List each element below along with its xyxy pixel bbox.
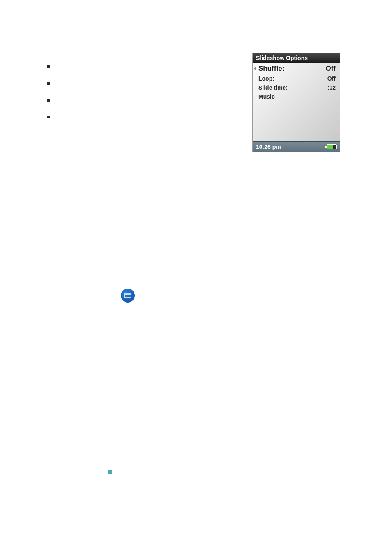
menu-label: Loop: — [258, 75, 274, 82]
menu-label: Music — [258, 93, 275, 100]
bullet-item — [47, 82, 50, 85]
document-page: Slideshow Options Shuffle: Off Loop: Off… — [0, 0, 392, 557]
device-clock: 10:26 pm — [256, 143, 281, 150]
menu-row-music[interactable]: Music — [253, 92, 340, 101]
battery-icon — [327, 144, 337, 149]
slideshow-options-screenshot: Slideshow Options Shuffle: Off Loop: Off… — [252, 53, 340, 152]
menu-value: Off — [327, 75, 336, 82]
device-title-bar: Slideshow Options — [253, 53, 340, 63]
bullet-item — [47, 99, 50, 102]
menu-value: :02 — [327, 84, 336, 91]
menu-value: Off — [325, 65, 336, 73]
device-menu: Shuffle: Off Loop: Off Slide time: :02 M… — [253, 63, 340, 141]
note-lines-icon — [124, 293, 131, 298]
selection-arrow-icon — [254, 67, 256, 71]
menu-row-slide-time[interactable]: Slide time: :02 — [253, 83, 340, 92]
bullet-item — [47, 116, 50, 118]
menu-label: Shuffle: — [258, 65, 284, 73]
menu-row-loop[interactable]: Loop: Off — [253, 74, 340, 83]
bullet-list — [47, 65, 50, 132]
menu-row-shuffle[interactable]: Shuffle: Off — [253, 63, 340, 74]
note-icon — [121, 289, 135, 303]
device-status-bar: 10:26 pm — [253, 141, 340, 152]
menu-label: Slide time: — [258, 84, 288, 91]
bullet-item — [47, 65, 50, 68]
small-square-marker — [108, 470, 112, 474]
device-title: Slideshow Options — [256, 55, 308, 61]
